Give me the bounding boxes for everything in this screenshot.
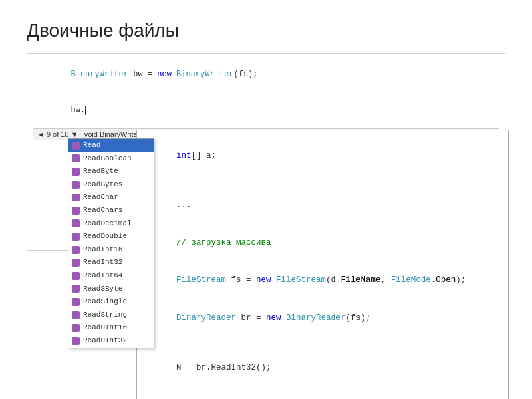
autocomplete-item-label: ReadChars [83, 205, 122, 217]
autocomplete-item-13[interactable]: ReadString [68, 309, 154, 322]
autocomplete-item-6[interactable]: ReadDecimal [68, 217, 154, 231]
method-icon [71, 232, 80, 241]
method-icon [71, 311, 80, 320]
autocomplete-item-label: ReadDecimal [83, 218, 132, 230]
cp-line-2 [146, 174, 499, 187]
method-icon [71, 167, 80, 176]
autocomplete-item-8[interactable]: ReadInt16 [68, 243, 154, 257]
code-line-2: bw. [33, 92, 499, 128]
autocomplete-item-1[interactable]: ReadBoolean [68, 152, 154, 166]
autocomplete-item-label: ReadSingle [83, 296, 127, 308]
code-panel: int[] a; ... // загрузка массива FileStr… [136, 130, 509, 399]
cp-line-1: int[] a; [146, 137, 499, 174]
method-icon [71, 284, 80, 293]
autocomplete-item-label: ReadBytes [83, 179, 122, 191]
method-icon [71, 258, 80, 267]
autocomplete-item-label: ReadInt32 [83, 257, 122, 269]
method-icon [71, 336, 80, 346]
code-line-1: BinaryWriter bw = new BinaryWriter(fs); [33, 57, 499, 92]
autocomplete-item-7[interactable]: ReadDouble [68, 230, 154, 243]
cp-line-5: FileStream fs = new FileStream(d.FileNam… [146, 262, 499, 299]
autocomplete-item-15[interactable]: ReadUInt32 [68, 334, 154, 348]
autocomplete-item-label: ReadSByte [83, 283, 122, 295]
cp-line-6: BinaryReader br = new BinaryReader(fs); [146, 299, 499, 336]
autocomplete-item-label: ReadByte [83, 166, 118, 178]
autocomplete-item-10[interactable]: ReadInt64 [68, 269, 154, 283]
method-icon [71, 271, 80, 281]
autocomplete-item-label: ReadInt16 [83, 244, 122, 256]
method-icon [71, 245, 80, 255]
autocomplete-item-label: ReadString [83, 309, 127, 321]
cp-line-4: // загрузка массива [146, 224, 499, 261]
autocomplete-item-5[interactable]: ReadChars [68, 204, 154, 217]
method-icon [71, 180, 80, 190]
autocomplete-item-label: ReadChar [83, 192, 118, 203]
autocomplete-item-4[interactable]: ReadChar [68, 191, 154, 204]
method-icon [71, 219, 80, 228]
autocomplete-item-label: ReadBoolean [83, 153, 132, 165]
method-icon [71, 141, 80, 150]
autocomplete-item-label: ReadDouble [83, 231, 127, 243]
autocomplete-item-11[interactable]: ReadSByte [68, 283, 154, 296]
autocomplete-item-label: ReadInt64 [83, 270, 122, 282]
autocomplete-item-0[interactable]: Read [68, 139, 154, 152]
method-icon [71, 323, 80, 332]
cp-line-3: ... [146, 187, 499, 224]
cp-line-9: a = new int[N]; [146, 386, 499, 399]
autocomplete-item-3[interactable]: ReadBytes [68, 178, 154, 192]
method-icon [71, 297, 80, 307]
autocomplete-item-12[interactable]: ReadSingle [68, 295, 154, 309]
method-icon [71, 193, 80, 202]
autocomplete-item-label: ReadUInt32 [83, 335, 127, 347]
slide-title: Двоичные файлы [27, 20, 505, 41]
autocomplete-dropdown[interactable]: Read ReadBoolean ReadByte ReadBytes Read… [68, 138, 154, 348]
slide: Двоичные файлы BinaryWriter bw = new Bin… [0, 0, 532, 399]
cp-line-8: N = br.ReadInt32(); [146, 349, 499, 386]
cp-line-7 [146, 336, 499, 349]
autocomplete-item-2[interactable]: ReadByte [68, 165, 154, 178]
autocomplete-item-9[interactable]: ReadInt32 [68, 256, 154, 269]
autocomplete-item-14[interactable]: ReadUInt16 [68, 321, 154, 334]
autocomplete-item-label: ReadUInt16 [83, 322, 127, 334]
autocomplete-item-label: Read [83, 140, 100, 152]
method-icon [71, 154, 80, 163]
method-icon [71, 206, 80, 215]
